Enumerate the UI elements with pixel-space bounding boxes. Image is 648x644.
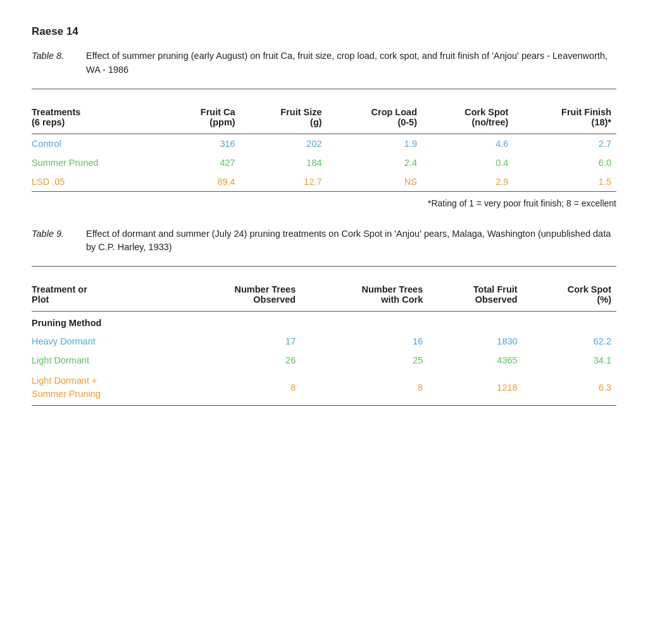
table8-row3-cropload: NS (327, 172, 422, 192)
table8-row3-corkspot: 2.9 (422, 172, 513, 192)
table8-footnote: *Rating of 1 = very poor fruit finish; 8… (32, 198, 616, 208)
table8-header-row: Treatments(6 reps) Fruit Ca(ppm) Fruit S… (32, 101, 616, 134)
table9-row3-numcork: 8 (301, 370, 428, 406)
table8-caption: Table 8. Effect of summer pruning (early… (32, 49, 616, 77)
table8-row2-fruitfinish: 6.0 (513, 153, 616, 172)
table8-row1-cropload: 1.9 (327, 134, 422, 153)
table9-col-treatment: Treatment orPlot (32, 278, 173, 312)
table8-row2-cropload: 2.4 (327, 153, 422, 172)
table9-caption: Table 9. Effect of dormant and summer (J… (32, 227, 616, 255)
table8-row1-label: Control (32, 134, 166, 153)
table-row: Heavy Dormant 17 16 1830 62.2 (32, 332, 616, 351)
table9-label: Table 9. (32, 227, 76, 255)
table8-row3-fruitfinish: 1.5 (513, 172, 616, 192)
table9-row2-numobs: 26 (173, 351, 301, 370)
table8-col-cropload: Crop Load(0-5) (327, 101, 422, 134)
table9: Treatment orPlot Number TreesObserved Nu… (32, 278, 616, 406)
table8-row2-label: Summer Pruned (32, 153, 166, 172)
table9-description: Effect of dormant and summer (July 24) p… (86, 227, 616, 255)
table9-col-numtrees-observed: Number TreesObserved (173, 278, 301, 312)
table9-row3-label: Light Dormant +Summer Pruning (32, 370, 173, 406)
table8-row3-fruitca: 89.4 (166, 172, 240, 192)
table-row: LSD .05 89.4 12.7 NS 2.9 1.5 (32, 172, 616, 192)
page-title: Raese 14 (32, 25, 616, 38)
table9-row1-corkspot: 62.2 (523, 332, 616, 351)
table9-row2-corkspot: 34.1 (523, 351, 616, 370)
table8-row3-label: LSD .05 (32, 172, 166, 192)
table9-col-corkspot-pct: Cork Spot(%) (523, 278, 616, 312)
table8-col-treatment: Treatments(6 reps) (32, 101, 166, 134)
table-row: Light Dormant 26 25 4365 34.1 (32, 351, 616, 370)
table-row: Summer Pruned 427 184 2.4 0.4 6.0 (32, 153, 616, 172)
table8-col-fruitfinish: Fruit Finish(18)* (513, 101, 616, 134)
table9-col-numtrees-cork: Number Treeswith Cork (301, 278, 428, 312)
table9-row1-numcork: 16 (301, 332, 428, 351)
table9-row3-totalfruit: 1218 (428, 370, 522, 406)
table9-top-divider (32, 266, 616, 267)
table9-row1-label: Heavy Dormant (32, 332, 173, 351)
table9-row1-totalfruit: 1830 (428, 332, 522, 351)
table9-section-header-row: Pruning Method (32, 312, 616, 332)
table9-row1-numobs: 17 (173, 332, 301, 351)
table8-label: Table 8. (32, 49, 76, 77)
table-row: Light Dormant +Summer Pruning 8 8 1218 6… (32, 370, 616, 406)
table8-row2-corkspot: 0.4 (422, 153, 513, 172)
table8-row2-fruitsize: 184 (240, 153, 327, 172)
table8-row1-fruitca: 316 (166, 134, 240, 153)
table9-row2-label: Light Dormant (32, 351, 173, 370)
table9-row3-numobs: 8 (173, 370, 301, 406)
table9-col-totalfruit: Total FruitObserved (428, 278, 522, 312)
table9-header-row: Treatment orPlot Number TreesObserved Nu… (32, 278, 616, 312)
table9-pruning-method-label: Pruning Method (32, 312, 616, 332)
table8-row1-corkspot: 4.6 (422, 134, 513, 153)
table8-col-fruitca: Fruit Ca(ppm) (166, 101, 240, 134)
table8-col-fruitsize: Fruit Size(g) (240, 101, 327, 134)
table8-col-corkspot: Cork Spot(no/tree) (422, 101, 513, 134)
table9-row2-totalfruit: 4365 (428, 351, 522, 370)
table8-row1-fruitfinish: 2.7 (513, 134, 616, 153)
table8-description: Effect of summer pruning (early August) … (86, 49, 616, 77)
table8-top-divider (32, 89, 616, 89)
table-row: Control 316 202 1.9 4.6 2.7 (32, 134, 616, 153)
table8-row2-fruitca: 427 (166, 153, 240, 172)
table8-row1-fruitsize: 202 (240, 134, 327, 153)
table9-row2-numcork: 25 (301, 351, 428, 370)
table8-row3-fruitsize: 12.7 (240, 172, 327, 192)
table8: Treatments(6 reps) Fruit Ca(ppm) Fruit S… (32, 101, 616, 192)
table9-row3-corkspot: 6.3 (523, 370, 616, 406)
